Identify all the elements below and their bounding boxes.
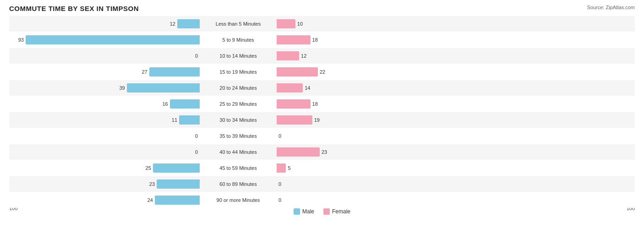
- male-value: 16: [157, 101, 168, 107]
- source-label: Source: ZipAtlas.com: [587, 5, 635, 10]
- left-section: 39: [9, 83, 202, 92]
- male-bar: [149, 67, 200, 76]
- left-section: 0: [9, 147, 202, 157]
- chart-row: 0 35 to 39 Minutes 0: [9, 128, 635, 144]
- male-value: 39: [114, 85, 125, 91]
- chart-row: 25 45 to 59 Minutes 5: [9, 160, 635, 176]
- chart-row: 39 20 to 24 Minutes 14: [9, 80, 635, 96]
- right-section: 0: [275, 131, 467, 141]
- male-bar: [177, 19, 200, 28]
- legend-female-box: [323, 208, 330, 215]
- row-label: Less than 5 Minutes: [202, 21, 275, 27]
- male-value: 24: [142, 197, 153, 203]
- male-value: 25: [140, 165, 151, 171]
- male-bar: [179, 115, 200, 125]
- left-section: 24: [9, 196, 202, 205]
- right-section: 14: [275, 83, 467, 92]
- left-section: 11: [9, 115, 202, 125]
- male-bar: [26, 35, 200, 44]
- right-section: 23: [275, 147, 467, 157]
- legend-female: Female: [323, 208, 350, 215]
- male-bar: [127, 83, 200, 92]
- male-bar: [170, 99, 200, 109]
- male-value: 23: [144, 181, 155, 187]
- female-bar: [277, 147, 320, 157]
- male-value: 11: [166, 117, 177, 123]
- male-bar: [155, 196, 200, 205]
- female-value: 0: [278, 197, 289, 203]
- female-bar: [277, 99, 311, 109]
- chart-row: 23 60 to 89 Minutes 0: [9, 176, 635, 192]
- chart-row: 0 40 to 44 Minutes 23: [9, 144, 635, 160]
- male-bar: [157, 179, 200, 189]
- male-value: 0: [187, 133, 198, 139]
- female-bar: [277, 35, 311, 44]
- female-value: 18: [312, 37, 323, 43]
- female-bar: [277, 19, 295, 28]
- row-label: 40 to 44 Minutes: [202, 149, 275, 155]
- female-value: 14: [305, 85, 316, 91]
- chart-row: 16 25 to 29 Minutes 18: [9, 96, 635, 112]
- right-section: 12: [275, 51, 467, 60]
- chart-area: 12 Less than 5 Minutes 10 93 5 to 9 Minu…: [9, 16, 635, 205]
- row-label: 90 or more Minutes: [202, 197, 275, 203]
- female-bar: [277, 67, 318, 76]
- right-section: 5: [275, 163, 467, 173]
- female-value: 5: [288, 165, 299, 171]
- right-section: 18: [275, 99, 467, 109]
- right-section: 19: [275, 115, 467, 125]
- right-section: 0: [275, 179, 467, 189]
- male-value: 0: [187, 149, 198, 155]
- row-label: 45 to 59 Minutes: [202, 165, 275, 171]
- female-value: 12: [301, 53, 312, 59]
- male-bar: [153, 163, 200, 173]
- row-label: 35 to 39 Minutes: [202, 133, 275, 139]
- right-section: 22: [275, 67, 467, 76]
- left-section: 12: [9, 19, 202, 28]
- legend: Male Female: [294, 208, 350, 215]
- legend-female-label: Female: [332, 208, 350, 215]
- right-section: 10: [275, 19, 467, 28]
- female-bar: [277, 83, 303, 92]
- left-section: 23: [9, 179, 202, 189]
- left-section: 25: [9, 163, 202, 173]
- row-label: 25 to 29 Minutes: [202, 101, 275, 107]
- female-value: 22: [320, 69, 331, 75]
- left-section: 16: [9, 99, 202, 109]
- right-section: 0: [275, 196, 467, 205]
- female-value: 0: [278, 133, 289, 139]
- legend-male-label: Male: [302, 208, 314, 215]
- row-label: 10 to 14 Minutes: [202, 53, 275, 59]
- female-value: 10: [297, 21, 308, 27]
- female-bar: [277, 163, 286, 173]
- male-value: 27: [136, 69, 147, 75]
- female-value: 0: [278, 181, 289, 187]
- male-value: 12: [164, 21, 175, 27]
- chart-row: 27 15 to 19 Minutes 22: [9, 64, 635, 80]
- chart-container: COMMUTE TIME BY SEX IN TIMPSON Source: Z…: [0, 0, 644, 239]
- female-value: 19: [314, 117, 325, 123]
- male-value: 93: [13, 37, 24, 43]
- row-label: 30 to 34 Minutes: [202, 117, 275, 123]
- right-section: 18: [275, 35, 467, 44]
- chart-row: 24 90 or more Minutes 0: [9, 192, 635, 208]
- legend-male-box: [294, 208, 300, 215]
- left-section: 0: [9, 51, 202, 60]
- row-label: 20 to 24 Minutes: [202, 85, 275, 91]
- female-bar: [277, 51, 299, 60]
- female-value: 18: [312, 101, 323, 107]
- row-label: 60 to 89 Minutes: [202, 181, 275, 187]
- legend-male: Male: [294, 208, 314, 215]
- female-value: 23: [322, 149, 333, 155]
- chart-row: 0 10 to 14 Minutes 12: [9, 48, 635, 64]
- chart-title: COMMUTE TIME BY SEX IN TIMPSON: [9, 5, 635, 12]
- chart-row: 12 Less than 5 Minutes 10: [9, 16, 635, 32]
- row-label: 5 to 9 Minutes: [202, 37, 275, 43]
- row-label: 15 to 19 Minutes: [202, 69, 275, 75]
- left-section: 0: [9, 131, 202, 141]
- left-section: 93: [9, 35, 202, 44]
- male-value: 0: [187, 53, 198, 59]
- chart-row: 93 5 to 9 Minutes 18: [9, 32, 635, 48]
- left-section: 27: [9, 67, 202, 76]
- female-bar: [277, 115, 312, 125]
